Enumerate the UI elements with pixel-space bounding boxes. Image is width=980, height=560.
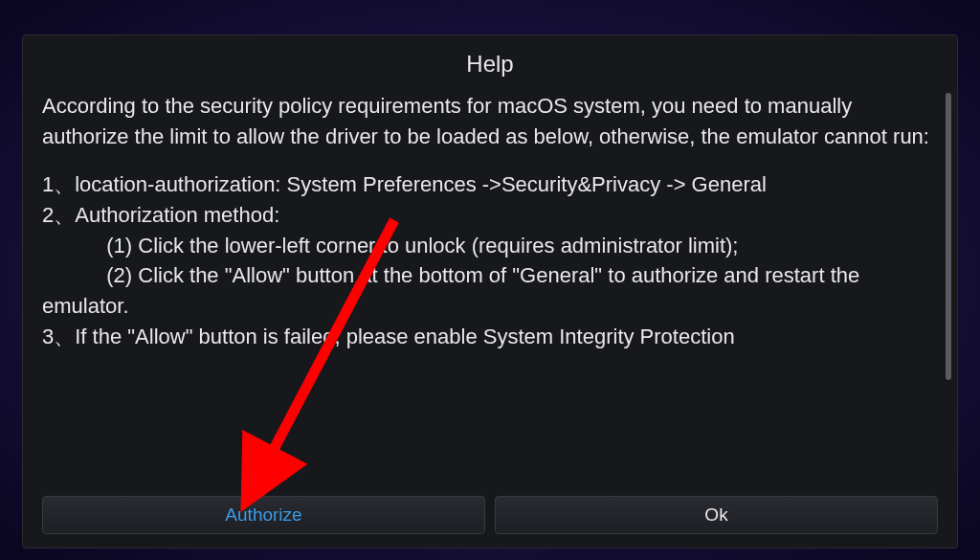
authorize-button[interactable]: Authorize (42, 496, 485, 534)
scrollbar-thumb[interactable] (946, 93, 951, 380)
help-dialog: Help According to the security policy re… (22, 34, 958, 549)
step-1: 1、location-authorization: System Prefere… (42, 169, 934, 200)
content-wrapper: According to the security policy require… (23, 85, 957, 486)
ok-button-label: Ok (704, 504, 727, 526)
step-2-sub-1: (1) Click the lower-left corner to unloc… (42, 231, 934, 261)
button-row: Authorize Ok (23, 486, 957, 548)
step-2-sub-2: (2) Click the "Allow" button at the bott… (42, 260, 934, 322)
step-3: 3、If the "Allow" button is failed, pleas… (42, 322, 934, 352)
ok-button[interactable]: Ok (495, 496, 938, 534)
dialog-title: Help (23, 35, 957, 85)
authorize-button-label: Authorize (225, 504, 301, 526)
help-content[interactable]: According to the security policy require… (23, 85, 957, 486)
intro-text: According to the security policy require… (42, 91, 934, 152)
step-2-header: 2、Authorization method: (42, 200, 934, 231)
